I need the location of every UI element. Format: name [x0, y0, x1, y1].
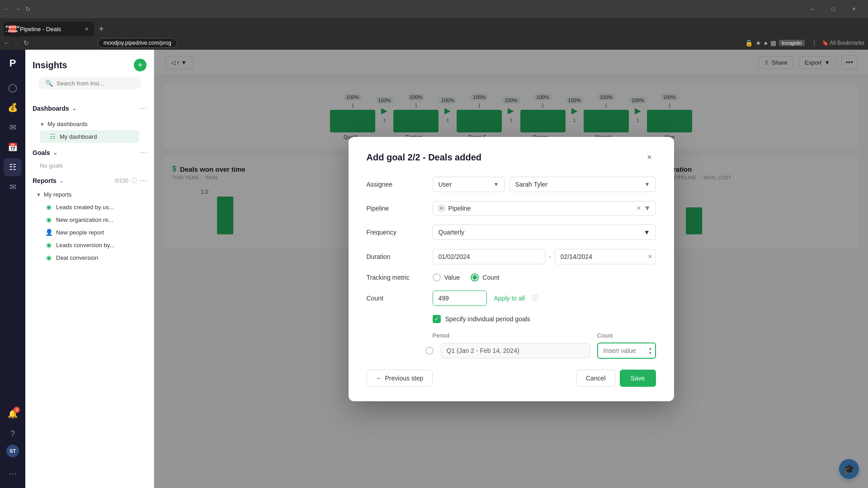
refresh-button[interactable]: ↻: [25, 5, 31, 13]
period-stepper-down[interactable]: ▼: [649, 351, 652, 355]
count-col-header: Count: [597, 332, 656, 339]
frequency-value: Quarterly: [439, 229, 465, 236]
report-item-3[interactable]: ◉ Leads conversion by...: [36, 239, 146, 251]
period-stepper-up[interactable]: ▲: [649, 346, 652, 350]
tracking-value-radio[interactable]: [433, 273, 441, 282]
count-label: Count: [367, 295, 425, 302]
search-input[interactable]: [57, 80, 134, 87]
search-icon: 🔍: [45, 80, 53, 87]
assignee-value-arrow: ▼: [645, 181, 650, 188]
sidebar-nav-contacts[interactable]: ✉: [4, 178, 22, 196]
sidebar-nav-calendar[interactable]: 📅: [4, 138, 22, 156]
window-close-button[interactable]: ×: [844, 2, 864, 16]
app-container: P ◯ 💰 ✉ 📅 ☷ ✉ 🔔 9 ? ST ⋯: [0, 50, 868, 488]
pipeline-field[interactable]: × Pipeline × ▼: [433, 201, 656, 216]
my-reports-header[interactable]: ▼ My reports: [36, 188, 146, 201]
tracking-count-option[interactable]: Count: [471, 273, 499, 282]
pipeline-clear-button[interactable]: ×: [637, 204, 641, 212]
modal-footer: ← Previous step Cancel Save: [367, 370, 656, 387]
specify-period-label: Specify individual period goals: [445, 315, 530, 323]
tab-bar: Pipeline - Deals Pipeline - Deals × +: [0, 18, 868, 36]
goals-arrow: ⌄: [53, 150, 57, 156]
my-dashboards-header[interactable]: ▼ My dashboards: [40, 118, 139, 130]
user-avatar[interactable]: ST: [6, 445, 19, 457]
sidebar-nav-help[interactable]: ?: [4, 425, 22, 443]
active-tab[interactable]: Pipeline - Deals Pipeline - Deals ×: [4, 22, 94, 36]
dashboards-section-header[interactable]: Dashboards ⌄ ⋯: [33, 100, 146, 116]
reports-dots[interactable]: ⋯: [140, 176, 146, 185]
goals-section-header[interactable]: Goals ⌄ ⋯: [33, 145, 146, 160]
overview-icon: ◯: [8, 83, 17, 93]
cancel-button[interactable]: Cancel: [576, 370, 615, 387]
my-reports-expand-arrow: ▼: [36, 192, 41, 197]
sidebar-nav-mail[interactable]: ✉: [4, 118, 22, 136]
duration-start-input[interactable]: [433, 249, 546, 264]
sidebar-nav-deals[interactable]: 💰: [4, 99, 22, 117]
goals-dots[interactable]: ⋯: [140, 148, 146, 157]
my-reports-label: My reports: [44, 191, 71, 198]
tab-close-button[interactable]: ×: [85, 25, 89, 33]
period-row-radio[interactable]: [425, 347, 434, 355]
assignee-type-value: User: [439, 181, 452, 188]
bookmark-star-icon[interactable]: ★: [755, 39, 761, 47]
pipedrive-logo[interactable]: P: [5, 55, 21, 71]
apply-info-icon: ⓘ: [532, 294, 538, 302]
prev-step-label: Previous step: [385, 375, 424, 382]
incognito-label: Incognito: [779, 40, 805, 46]
assignee-type-dropdown[interactable]: User ▼: [433, 177, 505, 192]
report-item-1[interactable]: ◉ New organization re...: [36, 213, 146, 226]
forward-button[interactable]: →: [14, 5, 21, 13]
report-item-0[interactable]: ◉ Leads created by us...: [36, 201, 146, 213]
period-table-row: ▲ ▼: [367, 343, 656, 359]
maximize-button[interactable]: □: [823, 2, 844, 16]
reload-arrow[interactable]: ↻: [24, 39, 29, 47]
date-range: - ×: [433, 249, 656, 264]
tracking-value-option[interactable]: Value: [433, 273, 460, 282]
tracking-metric-label: Tracking metric: [367, 274, 425, 281]
menu-dots-icon[interactable]: ⋮: [811, 39, 817, 47]
extension-icon[interactable]: ▩: [770, 39, 776, 47]
dashboards-dots[interactable]: ⋯: [140, 104, 146, 113]
tracking-count-radio[interactable]: [471, 273, 479, 282]
dashboards-label: Dashboards: [33, 105, 69, 112]
pipeline-label: Pipeline: [367, 205, 425, 212]
back-arrow[interactable]: ←: [4, 39, 10, 47]
period-col-header: Period: [433, 332, 590, 339]
add-insight-button[interactable]: +: [134, 59, 146, 71]
save-button[interactable]: Save: [620, 370, 656, 387]
back-button[interactable]: ←: [4, 5, 10, 13]
specify-period-checkbox[interactable]: ✓: [433, 315, 441, 323]
my-dashboard-item[interactable]: ☷ My dashboard: [40, 130, 139, 143]
minimize-button[interactable]: –: [802, 2, 823, 16]
report-icon-3: ◉: [45, 241, 52, 249]
duration-end-clear-button[interactable]: ×: [648, 253, 652, 261]
sidebar-nav-insights[interactable]: ☷: [4, 158, 22, 176]
modal-close-button[interactable]: ×: [643, 151, 656, 164]
pipeline-remove-button[interactable]: ×: [438, 204, 446, 212]
frequency-dropdown[interactable]: Quarterly ▼: [433, 225, 656, 240]
report-item-2[interactable]: 👤 New people report: [36, 226, 146, 239]
sidebar-nav-notifications[interactable]: 🔔 9: [4, 405, 22, 423]
prev-step-button[interactable]: ← Previous step: [367, 370, 433, 387]
count-input[interactable]: [433, 291, 487, 306]
sidebar-nav-more[interactable]: ⋯: [4, 465, 22, 483]
report-item-4[interactable]: ◉ Deal conversion: [36, 251, 146, 264]
assignee-value-dropdown[interactable]: Sarah Tyler ▼: [509, 177, 656, 192]
new-tab-button[interactable]: +: [94, 22, 108, 36]
more-dots-icon: ⋯: [9, 469, 17, 479]
duration-end-input[interactable]: [555, 249, 656, 264]
forward-arrow[interactable]: →: [14, 39, 20, 47]
period-stepper[interactable]: ▲ ▼: [649, 346, 652, 355]
duration-label: Duration: [367, 253, 425, 260]
sidebar-nav-overview[interactable]: ◯: [4, 79, 22, 97]
profile-icon[interactable]: ●: [764, 39, 768, 47]
pipeline-dropdown-button[interactable]: ▼: [644, 204, 651, 212]
sidebar-title: Insights: [33, 60, 67, 70]
mail-icon: ✉: [9, 122, 16, 132]
goals-title: Goals ⌄: [33, 149, 57, 156]
apply-to-all-button[interactable]: Apply to all: [494, 295, 525, 302]
count-row-field: Apply to all ⓘ: [433, 291, 656, 306]
bookmarks-bar-label: 🔖 All Bookmarks: [822, 40, 864, 46]
period-count-input[interactable]: [597, 343, 656, 359]
url-bar[interactable]: [98, 38, 177, 48]
